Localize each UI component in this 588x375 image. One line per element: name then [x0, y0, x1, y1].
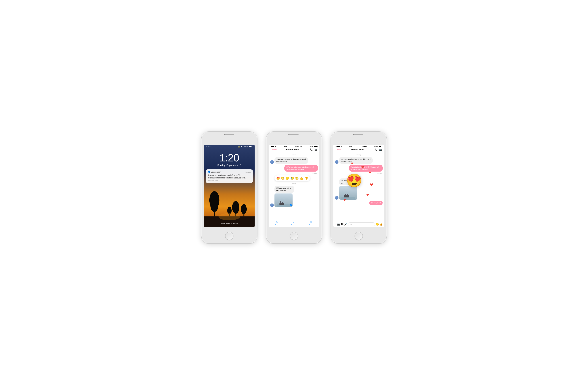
dot-5	[276, 146, 277, 147]
avatar-jeremy-2	[270, 203, 274, 207]
svg-point-3	[210, 199, 218, 212]
wifi-label-3: WiFi	[349, 146, 352, 147]
heart-1: ❤️	[361, 166, 364, 168]
phone-icon-2[interactable]: 📞	[310, 148, 313, 151]
chevron-left-3: ‹	[336, 149, 336, 151]
chat-title-2: French Fries ›	[286, 148, 300, 151]
battery-fill-3	[379, 146, 381, 147]
video-icon-3[interactable]: 📷	[379, 148, 382, 151]
like-button[interactable]: 👍	[379, 223, 383, 226]
lock-icon: 🔒	[238, 146, 240, 147]
emoji-grin[interactable]: 😆	[281, 176, 284, 180]
status-bar-2: WiFi 12:00 PM 100%	[269, 145, 319, 148]
notification-card[interactable]: m MESSENGER 5m ago 🗿 • Jeremy mentioned …	[206, 169, 253, 183]
emoji-crying[interactable]: 😢	[290, 176, 294, 180]
heart-2: ❤️	[369, 172, 371, 174]
input-placeholder: Aa	[350, 223, 352, 225]
emoji-reaction-bar[interactable]: 😍 😆 🤔 😢 😤 👍 👎	[274, 175, 310, 181]
wifi-3: WiFi	[349, 146, 352, 147]
camera-button[interactable]: 📷	[337, 223, 340, 226]
emoji-thinking[interactable]: 🤔	[286, 176, 289, 180]
avatar-jeremy-1	[270, 160, 274, 164]
delete-icon: 🗑	[310, 221, 312, 224]
time-display-3: 12:00 PM	[360, 145, 367, 147]
nav-bar-2: ‹ Home French Fries › 📞 📷	[269, 148, 319, 152]
status-right-3: 100%	[374, 146, 382, 147]
dot3-3	[338, 146, 339, 147]
msg-group-3: Ok, I'm s... few	[339, 178, 357, 199]
messenger-screen-3: WiFi 12:00 PM 100% ‹ Home	[333, 145, 384, 227]
emoji-thumbs-down[interactable]: 👎	[304, 176, 308, 180]
lock-time-display: 1:20	[204, 153, 255, 163]
sender-jeremy-3: Jeremy	[335, 154, 383, 156]
plus-button[interactable]: +	[335, 223, 336, 226]
delete-action[interactable]: 🗑 Delete	[309, 221, 313, 226]
back-label-2: Home	[272, 149, 277, 151]
wifi-icon-2: WiFi	[284, 146, 287, 147]
text-input[interactable]: Aa	[348, 222, 375, 226]
notif-message-text: 🗿 • Jeremy mentioned you in Joshua Tree:…	[208, 174, 251, 179]
svg-rect-14	[282, 202, 283, 203]
home-button-1[interactable]	[225, 232, 233, 240]
nav-icons-3: 📞 📷	[375, 148, 382, 151]
phone-3: WiFi 12:00 PM 100% ‹ Home	[331, 131, 387, 244]
mic-button[interactable]: 🎤	[344, 223, 347, 226]
home-button-3[interactable]	[355, 232, 363, 240]
emoji-heart-eyes[interactable]: 😍	[276, 176, 280, 180]
msg-time-3: 9:32 AM	[335, 173, 382, 174]
phone-icon-3[interactable]: 📞	[375, 148, 377, 151]
status-icons: 🔒 ✦ 100%	[238, 146, 252, 147]
front-camera-3	[353, 134, 354, 135]
emoji-thumbs-up[interactable]: 👍	[300, 176, 304, 180]
lock-time: 1:20 Sunday, September 18	[204, 153, 255, 166]
back-button-2[interactable]: ‹ Home	[271, 149, 277, 151]
chevron-left-2: ‹	[271, 149, 271, 151]
emoji-button[interactable]: 🙂	[376, 223, 379, 226]
msg-bubble-1: Hey guys, at what time do you think you'…	[274, 157, 308, 164]
msg-bubble-3: Hey guys, at what time do you think you'…	[339, 157, 373, 164]
signal-strength-3	[336, 146, 342, 147]
msg-row-received-1: Hey guys, at what time do you think you'…	[270, 157, 318, 164]
emoji-angry[interactable]: 😤	[295, 176, 299, 180]
screen-1: Carrier 🔒 ✦ 100% 1:20 Sunday, September …	[204, 145, 255, 227]
copy-icon: ⎘	[276, 221, 277, 224]
svg-rect-13	[280, 201, 281, 203]
unlock-text: Press home to unlock	[204, 223, 255, 225]
dot3-4	[339, 146, 340, 147]
back-button-3[interactable]: ‹ Home	[336, 149, 341, 151]
phone-1: Carrier 🔒 ✦ 100% 1:20 Sunday, September …	[201, 131, 257, 244]
video-icon-2[interactable]: 📷	[315, 148, 317, 151]
sender-jeremy-1: Jeremy	[270, 154, 318, 156]
battery-label: 100%	[243, 146, 248, 147]
msg-row-received-2: Will be driving with a friend in a few ✓	[270, 186, 318, 207]
home-button-2[interactable]	[290, 232, 298, 240]
lock-status-bar: Carrier 🔒 ✦ 100%	[204, 145, 255, 147]
title-chevron-2: ›	[300, 149, 300, 151]
svg-rect-18	[346, 194, 348, 196]
forward-action[interactable]: ↑ Forward	[291, 221, 296, 226]
messages-3: Jeremy Hey guys, at what time do you thi…	[333, 152, 384, 221]
copy-label: Copy	[275, 224, 278, 226]
msg-bubble-sent-1: We're taking the train with John, we wil…	[284, 165, 318, 172]
input-bar-3: + 📷 🖼 🎤 Aa 🙂 👍	[333, 221, 384, 227]
msg-row-received-4: Ok, I'm s... few	[335, 178, 383, 199]
notif-time: 5m ago	[246, 171, 251, 173]
boat-svg-3	[339, 191, 357, 200]
dot-2	[272, 146, 273, 147]
time-display-2: 12:00 PM	[295, 145, 302, 147]
delivered-icon: ✓	[290, 204, 292, 206]
battery-fill-2	[314, 146, 317, 147]
battery-bar-2	[314, 146, 317, 147]
msg-row-sent-3: We're taking the train with John, we wil…	[335, 165, 383, 172]
msg-image-3	[339, 186, 357, 200]
bluetooth-icon: ✦	[241, 146, 242, 147]
photo-button[interactable]: 🖼	[341, 223, 344, 226]
msg-row-sent-4: Oh, very nice!!	[335, 201, 383, 205]
copy-action[interactable]: ⎘ Copy	[275, 221, 278, 226]
nav-bar-3: ‹ Home French Fries › 📞 📷	[333, 148, 384, 152]
screen-2: WiFi 12:00 PM 100% ‹ Home	[269, 145, 319, 227]
front-camera	[224, 134, 225, 135]
heart-4: ❤️	[366, 194, 369, 196]
status-bar-3: WiFi 12:00 PM 100%	[333, 145, 384, 148]
heart-6: ❤️	[351, 163, 353, 164]
